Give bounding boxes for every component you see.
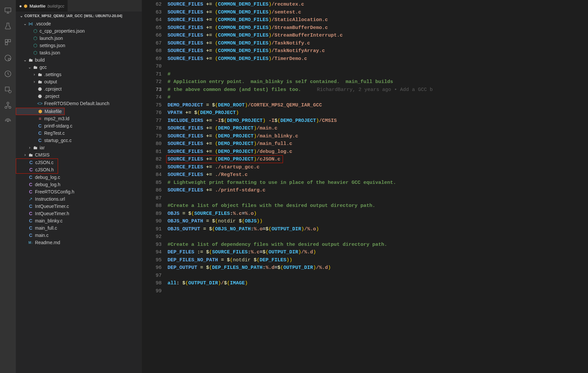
tree-item--settings[interactable]: ›🖿.settings [16, 71, 142, 78]
code-line[interactable]: all: $(OUTPUT_DIR)/$(IMAGE) [168, 279, 588, 287]
editor-tab[interactable]: ● ⬢ Makefile build/gcc [16, 0, 68, 12]
code-line[interactable]: # [168, 94, 588, 101]
line-number: 89 [142, 210, 162, 218]
tree-item-output[interactable]: ›🖿output [16, 78, 142, 85]
tree-item--project[interactable]: ⬣.project [16, 93, 142, 100]
tree-item-instructions-url[interactable]: ↗Instructions.url [16, 195, 142, 203]
code-line[interactable]: SOURCE_FILES += (DEMO_PROJECT)/main_full… [168, 140, 588, 148]
code-line[interactable]: DEP_OUTPUT = $(DEP_FILES_NO_PATH:%.d=$(O… [168, 264, 588, 272]
code-line[interactable]: DEP_FILES := $(SOURCE_FILES:%.c=$(OUTPUT… [168, 248, 588, 256]
tree-item-debug-log-h[interactable]: Cdebug_log.h [16, 181, 142, 188]
chevron-down-icon: ⌄ [22, 21, 28, 26]
code-content[interactable]: SOURCE_FILES += (COMMON_DEMO_FILES)/recm… [168, 0, 588, 373]
tree-item-main-c[interactable]: Cmain.c [16, 232, 142, 239]
tree-item-cmsis[interactable]: ›🖿CMSIS [16, 151, 142, 158]
tree-item-iar[interactable]: ›🖿iar [16, 144, 142, 151]
activity-tree-icon[interactable] [0, 98, 16, 113]
tree-item-startup-gcc-c[interactable]: Cstartup_gcc.c [16, 137, 142, 144]
code-line[interactable]: SOURCE_FILES += ./printf-stdarg.c [168, 186, 588, 194]
activity-references-icon[interactable] [0, 34, 16, 50]
tree-item-settings-json[interactable]: ⬡settings.json [16, 42, 142, 49]
code-line[interactable]: SOURCE_FILES += (COMMON_DEMO_FILES)/semt… [168, 9, 588, 16]
tree-label: RegTest.c [44, 130, 65, 136]
editor[interactable]: 6263646566676869707172737475767778798081… [142, 0, 588, 373]
code-line[interactable] [168, 194, 588, 202]
explorer-sidebar: ● ⬢ Makefile build/gcc ⌄ CORTEX_MPS2_QEM… [16, 0, 142, 373]
tree-item-main-blinky-c[interactable]: Cmain_blinky.c [16, 217, 142, 224]
activity-remote-icon[interactable] [0, 3, 16, 18]
tree-item-mps2-m3-ld[interactable]: ≡mps2_m3.ld [16, 115, 142, 122]
code-line[interactable] [168, 272, 588, 280]
code-line[interactable]: SOURCE_FILES += (COMMON_DEMO_FILES)/Time… [168, 55, 588, 63]
code-line[interactable]: SOURCE_FILES += ./startup_gcc.c [168, 163, 588, 171]
code-line[interactable]: # Lightweight print formatting to use in… [168, 179, 588, 187]
code-line[interactable]: # Application entry point. main_blinky i… [168, 78, 588, 86]
h-icon: C [28, 182, 34, 187]
activity-timeline-icon[interactable] [0, 66, 16, 82]
code-line[interactable]: DEMO_PROJECT = $(DEMO_ROOT)/CORTEX_MPS2_… [168, 101, 588, 109]
code-line[interactable]: #Create a list of dependency files with … [168, 241, 588, 249]
tree-item--vscode[interactable]: ⌄⋈.vscode [16, 20, 142, 27]
code-line[interactable] [168, 63, 588, 71]
tree-item-regtest-c[interactable]: CRegTest.c [16, 129, 142, 137]
tree-label: cJSON.c [35, 160, 53, 165]
code-line[interactable]: DEP_FILES_NO_PATH = $(notdir $(DEP_FILES… [168, 256, 588, 264]
code-line[interactable]: SOURCE_FILES += (COMMON_DEMO_FILES)/Task… [168, 47, 588, 55]
tree-item-debug-log-c[interactable]: Cdebug_log.c [16, 174, 142, 181]
chevron-down-icon: ⌄ [20, 14, 23, 18]
tree-item-cjson-c[interactable]: CcJSON.c [16, 159, 58, 166]
code-line[interactable]: # [168, 71, 588, 78]
c-icon: C [37, 123, 43, 129]
tree-item-c-cpp-properties-json[interactable]: ⬡c_cpp_properties.json [16, 27, 142, 35]
svg-point-8 [9, 90, 11, 93]
tree-item-cjson-h[interactable]: CcJSON.h [16, 166, 58, 173]
tree-item-main-full-c[interactable]: Cmain_full.c [16, 224, 142, 232]
tree-item-gcc[interactable]: ⌄🖿gcc [16, 64, 142, 71]
code-line[interactable]: # the above common demo (and test) files… [168, 86, 588, 94]
tree-item-intqueuetimer-h[interactable]: CIntQueueTimer.h [16, 210, 142, 217]
code-line[interactable]: SOURCE_FILES += (COMMON_DEMO_FILES)/Stre… [168, 24, 588, 32]
activity-live-icon[interactable] [0, 113, 16, 129]
tree-item-tasks-json[interactable]: ⬡tasks.json [16, 49, 142, 56]
url-icon: ↗ [28, 196, 34, 202]
code-line[interactable]: SOURCE_FILES += (DEMO_PROJECT)/cJSON.c [168, 156, 588, 163]
code-line[interactable]: SOURCE_FILES += (COMMON_DEMO_FILES)/Stat… [168, 16, 588, 24]
code-line[interactable]: SOURCE_FILES += (COMMON_DEMO_FILES)/Task… [168, 40, 588, 47]
tree-item-launch-json[interactable]: ⬡launch.json [16, 35, 142, 42]
h-icon: C [28, 167, 34, 172]
code-line[interactable]: OBJS = $(SOURCE_FILES:%.c=%.o) [168, 210, 588, 218]
code-line[interactable] [168, 287, 588, 295]
code-line[interactable]: VPATH += $(DEMO_PROJECT) [168, 109, 588, 117]
tree-label: .cproject [44, 86, 62, 92]
tree-item-freertosconfig-h[interactable]: CFreeRTOSConfig.h [16, 188, 142, 195]
code-line[interactable]: SOURCE_FILES += (DEMO_PROJECT)/main.c [168, 125, 588, 132]
code-line[interactable] [168, 233, 588, 241]
code-line[interactable]: OBJS_NO_PATH = $(notdir $(OBJS)) [168, 217, 588, 225]
code-line[interactable]: SOURCE_FILES += (COMMON_DEMO_FILES)/recm… [168, 1, 588, 9]
activity-cmake-icon[interactable] [0, 82, 16, 98]
line-number: 67 [142, 40, 162, 47]
project-header[interactable]: ⌄ CORTEX_MPS2_QEMU_IAR_GCC [WSL: UBUNTU-… [16, 12, 142, 20]
activity-testing-icon[interactable] [0, 18, 16, 34]
svg-point-5 [8, 58, 10, 60]
line-number: 63 [142, 9, 162, 16]
tree-item-build[interactable]: ⌄🖿build [16, 56, 142, 64]
code-line[interactable]: SOURCE_FILES += (COMMON_DEMO_FILES)/Stre… [168, 32, 588, 40]
code-line[interactable]: #Create a list of object files with the … [168, 202, 588, 210]
tree-label: CMSIS [35, 152, 49, 158]
tree-item-printf-stdarg-c[interactable]: Cprintf-stdarg.c [16, 122, 142, 129]
code-line[interactable]: SOURCE_FILES += (DEMO_PROJECT)/main_blin… [168, 132, 588, 140]
tree-item-makefile[interactable]: ⬢Makefile [16, 108, 65, 115]
code-line[interactable]: SOURCE_FILES += ./RegTest.c [168, 171, 588, 179]
line-number: 74 [142, 94, 162, 101]
tree-item--cproject[interactable]: ⬣.cproject [16, 85, 142, 93]
tree-item-freertosdemo-default-launch[interactable]: <>FreeRTOSDemo Default.launch [16, 100, 142, 107]
tree-item-readme-md[interactable]: M↓Readme.md [16, 239, 142, 246]
code-line[interactable]: OBJS_OUTPUT = $(OBJS_NO_PATH:%.o=$(OUTPU… [168, 225, 588, 233]
activity-project-icon[interactable] [0, 50, 16, 66]
code-line[interactable]: SOURCE_FILES += (DEMO_PROJECT)/debug_log… [168, 148, 588, 156]
json-icon: ⬡ [32, 36, 38, 41]
tree-item-intqueuetimer-c[interactable]: CIntQueueTimer.c [16, 203, 142, 210]
code-line[interactable]: INCLUDE_DIRS += -I$(DEMO_PROJECT) -I$(DE… [168, 117, 588, 125]
tree-label: launch.json [40, 36, 63, 41]
